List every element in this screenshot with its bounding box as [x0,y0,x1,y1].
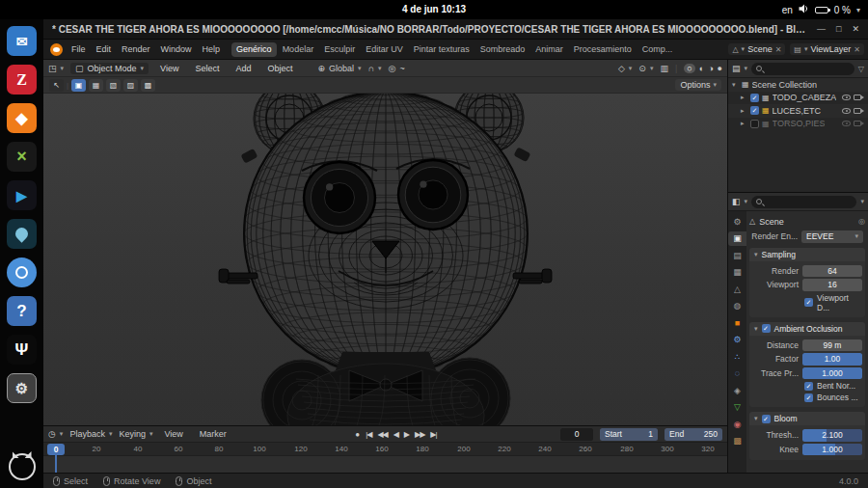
workspace-tab-pintar-texturas[interactable]: Pintar texturas [409,42,475,57]
section-bloom[interactable]: ▾ ✓ Bloom [749,412,865,425]
timeline-menu-view[interactable]: View [159,427,187,441]
menu-render[interactable]: Render [117,42,155,56]
outliner-row-scene-collection[interactable]: ▾ ▦ Scene Collection [728,78,868,92]
menu-help[interactable]: Help [198,42,226,56]
tab-scene[interactable]: △ [728,282,746,296]
snap-dropdown[interactable]: ∩▾ [368,64,382,73]
section-sampling[interactable]: ▾ Sampling [749,248,865,261]
hide-in-viewport-icon[interactable] [842,95,851,100]
active-tool-icon[interactable]: ↖ [49,79,64,92]
tab-object[interactable]: ■ [728,315,746,330]
dock-github-icon[interactable] [9,453,36,480]
scene-selector[interactable]: △▾ Scene ✕ [728,43,785,55]
play-reverse-button[interactable]: ◀ [393,430,399,439]
dock-game-app-icon[interactable]: × [7,142,37,172]
dock-psi-app-icon[interactable]: Ψ [7,335,37,365]
dock-zotero-icon[interactable]: Z [7,65,37,95]
dock-settings-icon[interactable]: ⚙ [7,373,37,403]
outliner-search-input[interactable] [751,63,854,75]
tab-modifiers[interactable]: ⚙ [728,333,746,347]
playhead-line[interactable] [55,455,57,473]
blender-logo-icon[interactable] [50,43,63,56]
timeline-editor[interactable]: ◷▾ Playback▾ Keying▾ View Marker ● |◀ ◀◀… [43,425,727,473]
render-engine-dropdown[interactable]: EEVEE ▾ [801,230,863,243]
tab-particles[interactable]: ∴ [728,349,746,364]
viewport-menu-add[interactable]: Add [231,62,256,75]
expand-icon[interactable]: ▸ [741,94,747,101]
keyboard-layout-indicator[interactable]: en [782,5,793,15]
workspace-tab-procesamiento[interactable]: Procesamiento [569,42,637,57]
remove-viewlayer-icon[interactable]: ✕ [854,45,860,54]
viewport-3d[interactable]: ◳▾ ▢ Object Mode ▾ View Select Add Objec… [43,60,727,425]
viewport-menu-object[interactable]: Object [262,62,297,75]
bent-normals-checkbox[interactable]: ✓ [804,382,813,391]
select-mode-invert-button[interactable]: ▨ [123,79,138,92]
tab-physics[interactable]: ◌ [728,366,746,381]
viewport-menu-select[interactable]: Select [190,62,224,75]
unlink-scene-icon[interactable]: ✕ [775,45,782,54]
disable-in-renders-icon[interactable] [854,108,861,114]
shading-material-icon[interactable]: ◑ [708,64,713,73]
mode-dropdown[interactable]: ▢ Object Mode ▾ [70,63,149,74]
expand-icon[interactable]: ▸ [741,120,747,127]
select-mode-subtract-button[interactable]: ▧ [106,79,121,92]
viewport-menu-view[interactable]: View [155,62,183,75]
keying-popover[interactable]: Keying▾ [119,429,152,439]
workspace-tab-animar[interactable]: Animar [530,42,568,57]
hide-in-viewport-icon[interactable] [842,121,851,126]
bloom-knee-slider[interactable]: 1.000 [802,444,862,456]
collection-checkbox[interactable]: ✓ [750,106,759,115]
hide-in-viewport-icon[interactable] [842,108,851,114]
dock-mail-app-icon[interactable]: ✉ [7,26,37,56]
select-mode-set-button[interactable]: ▣ [71,79,86,92]
disable-in-renders-icon[interactable] [854,95,861,100]
properties-search-input[interactable] [751,196,856,208]
viewlayer-selector[interactable]: ▤▾ ViewLayer ✕ [790,43,864,55]
window-titlebar[interactable]: * CESAR THE TIGER AHORA ES MIOOOOOOOOO [… [43,19,868,40]
next-keyframe-button[interactable]: ▶▶ [414,430,425,439]
shading-rendered-icon[interactable]: ● [718,64,722,73]
workspace-tab-generico[interactable]: Genérico [231,42,277,57]
workspace-tab-composicion[interactable]: Comp... [637,42,678,57]
section-ambient-occlusion[interactable]: ▾ ✓ Ambient Occlusion [749,322,865,336]
timeline-ruler[interactable]: 0 20 40 60 80 100 120 140 160 180 200 22… [43,443,727,456]
collection-checkbox[interactable]: ✓ [750,94,759,102]
minimize-button[interactable]: — [817,24,826,34]
dock-media-app-icon[interactable]: ▶ [7,180,37,210]
playhead-badge[interactable]: 0 [47,444,65,455]
close-button[interactable]: ✕ [852,24,859,34]
shading-solid-icon[interactable]: ◐ [699,64,704,73]
tab-view-layer[interactable]: ▦ [728,265,746,280]
viewport-canvas-wireframe-character[interactable] [43,94,727,425]
tab-texture[interactable]: ▩ [728,434,746,448]
overlays-dropdown[interactable]: ⊙▾ [638,64,653,73]
gizmo-dropdown[interactable]: ◇▾ [618,64,632,73]
current-frame-field[interactable]: 0 [560,428,593,441]
system-clock[interactable]: 4 de jun 10:13 [402,0,466,19]
playback-popover[interactable]: Playback▾ [69,429,112,439]
workspace-tab-esculpir[interactable]: Esculpir [319,42,360,57]
tab-tool[interactable]: ⚙ [728,214,746,229]
options-dropdown[interactable]: Options ▾ [675,79,721,91]
workspace-tab-sombreado[interactable]: Sombreado [475,42,530,57]
frame-end-field[interactable]: End 250 [665,428,722,441]
timeline-menu-marker[interactable]: Marker [195,427,231,441]
expand-icon[interactable]: ▾ [732,81,739,89]
collapse-icon[interactable]: ▾ [754,325,758,333]
menu-file[interactable]: File [67,42,91,56]
dock-chromium-icon[interactable] [7,258,37,287]
system-indicators[interactable]: en 0 % ▾ [782,0,860,19]
tab-constraints[interactable]: ◈ [728,383,746,397]
tab-render[interactable]: ▣ [728,231,746,246]
auto-key-record-icon[interactable]: ● [354,430,361,439]
select-mode-intersect-button[interactable]: ▩ [141,79,155,92]
disable-in-renders-icon[interactable] [854,121,861,126]
bloom-checkbox[interactable]: ✓ [762,415,771,423]
pin-icon[interactable]: ◎ [858,217,865,226]
ao-trace-slider[interactable]: 1.000 [802,367,862,380]
maximize-button[interactable]: □ [836,24,841,34]
xray-toggle[interactable]: ▥ [660,64,668,73]
workspace-tab-editar-uv[interactable]: Editar UV [361,42,408,57]
outliner-editor-type-button[interactable]: ▤▾ [732,64,747,73]
bounces-checkbox[interactable]: ✓ [804,393,813,402]
